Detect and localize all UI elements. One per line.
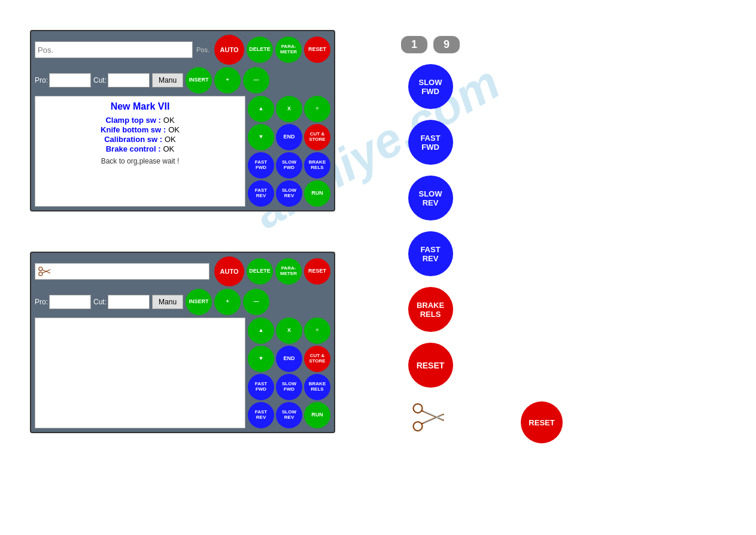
end-button-1[interactable]: END <box>276 124 302 150</box>
panel2-top-row: AUTO DELETE PARA-METER RESET <box>35 256 330 286</box>
pro-label-1: Pro: <box>35 76 48 84</box>
fast-rev-button-1[interactable]: FASTREV <box>248 180 274 207</box>
parameter-button-1[interactable]: PARA-METER <box>275 37 302 63</box>
run-button-2[interactable]: RUN <box>304 402 330 428</box>
auto-button-1[interactable]: AUTO <box>214 35 244 65</box>
info-brake-row: Brake control : OK <box>40 144 240 153</box>
brake-rels-button-2[interactable]: BRAKERELS <box>304 374 330 400</box>
fast-fwd-button-1[interactable]: FASTFWD <box>248 152 274 179</box>
info-calibration-label: Calibration sw : <box>104 135 162 144</box>
fast-rev-button-2[interactable]: FASTREV <box>248 402 274 428</box>
info-brake-val: OK <box>163 144 174 153</box>
fast-rev-side-button[interactable]: FASTREV <box>408 231 453 276</box>
btn-row-1d: FASTREV SLOWREV RUN <box>248 180 330 207</box>
btn-row-2b: ▼ END CUT &STORE <box>248 346 330 372</box>
delete-button-1[interactable]: DELETE <box>247 37 273 63</box>
panel1-second-row: Pro: Cut: Manu INSERT + — <box>35 67 330 93</box>
info-title: New Mark VII <box>40 101 240 112</box>
button-grid-1: ▲ X ÷ ▼ END CUT &STORE FASTFWD SLOWFWD B… <box>248 96 330 207</box>
info-clamp-label: Clamp top sw : <box>105 116 160 125</box>
pro-field-2: Pro: <box>35 295 91 309</box>
scissors-large-icon <box>412 401 448 436</box>
insert-button-1[interactable]: INSERT <box>186 67 212 93</box>
manu-button-1[interactable]: Manu <box>152 73 183 87</box>
info-notice: Back to org,please wait ! <box>40 157 240 165</box>
svg-point-5 <box>414 422 423 431</box>
panel1-top-row: Pos. AUTO DELETE PARA-METER RESET <box>35 35 330 65</box>
slow-rev-button-2[interactable]: SLOWREV <box>276 402 302 428</box>
badge-1[interactable]: 1 <box>401 36 427 53</box>
svg-point-1 <box>39 272 42 276</box>
info-clamp-val: OK <box>163 116 175 125</box>
info-calibration-row: Calibration sw : OK <box>40 135 240 144</box>
slow-fwd-side-button[interactable]: SLOWFWD <box>408 64 453 109</box>
pro-label-2: Pro: <box>35 298 48 306</box>
div-button-2[interactable]: ÷ <box>304 318 330 344</box>
manu-button-2[interactable]: Manu <box>152 295 183 309</box>
down-button-1[interactable]: ▼ <box>248 124 274 150</box>
delete-button-2[interactable]: DELETE <box>247 258 273 285</box>
button-grid-2: ▲ X ÷ ▼ END CUT &STORE FASTFWD SLOWFWD B… <box>248 318 330 428</box>
cut-store-button-2[interactable]: CUT &STORE <box>304 346 330 372</box>
btn-row-1c: FASTFWD SLOWFWD BRAKERELS <box>248 152 330 179</box>
up-button-2[interactable]: ▲ <box>248 318 274 344</box>
x-button-1[interactable]: X <box>276 96 302 122</box>
slow-fwd-button-2[interactable]: SLOWFWD <box>276 374 302 400</box>
slow-rev-button-1[interactable]: SLOWREV <box>276 180 302 207</box>
run-button-1[interactable]: RUN <box>304 180 330 207</box>
end-button-2[interactable]: END <box>276 346 302 372</box>
slow-fwd-button-1[interactable]: SLOWFWD <box>276 152 302 179</box>
pos-input[interactable] <box>35 41 193 58</box>
reset-button-1[interactable]: RESET <box>304 37 330 63</box>
badge-9[interactable]: 9 <box>433 36 460 53</box>
brake-rels-button-1[interactable]: BRAKERELS <box>304 152 330 179</box>
cut-store-button-1[interactable]: CUT &STORE <box>304 124 330 150</box>
panel2-second-row: Pro: Cut: Manu INSERT + — <box>35 289 330 315</box>
minus-button-1[interactable]: — <box>243 67 269 93</box>
info-box-1: New Mark VII Clamp top sw : OK Knife bot… <box>35 96 245 207</box>
btn-row-2d: FASTREV SLOWREV RUN <box>248 402 330 428</box>
plus-button-1[interactable]: + <box>214 67 241 93</box>
fast-fwd-button-2[interactable]: FASTFWD <box>248 374 274 400</box>
pro-input-1[interactable] <box>49 73 91 87</box>
btn-row-1a: ▲ X ÷ <box>248 96 330 122</box>
brake-rels-side-button[interactable]: BRAKERELS <box>408 287 453 332</box>
fast-fwd-side-button[interactable]: FASTFWD <box>408 120 453 165</box>
panel1-main: New Mark VII Clamp top sw : OK Knife bot… <box>35 96 330 207</box>
parameter-button-2[interactable]: PARA-METER <box>275 258 302 285</box>
cut-input-1[interactable] <box>108 73 150 87</box>
insert-button-2[interactable]: INSERT <box>186 289 212 315</box>
reset-side-button-2[interactable]: RESET <box>521 401 563 443</box>
info-clamp-row: Clamp top sw : OK <box>40 116 240 125</box>
slow-rev-side-button[interactable]: SLOWREV <box>408 176 453 220</box>
cut-input-2[interactable] <box>108 295 150 309</box>
auto-button-2[interactable]: AUTO <box>214 256 244 286</box>
minus-button-2[interactable]: — <box>243 289 269 315</box>
info-knife-val: OK <box>168 125 180 134</box>
badge-row: 1 9 <box>401 36 460 53</box>
down-button-2[interactable]: ▼ <box>248 346 274 372</box>
info-knife-label: Knife bottom sw : <box>101 125 166 134</box>
pro-field-1: Pro: <box>35 73 91 87</box>
up-button-1[interactable]: ▲ <box>248 96 274 122</box>
btn-row-1b: ▼ END CUT &STORE <box>248 124 330 150</box>
panel-1: Pos. AUTO DELETE PARA-METER RESET Pro: C… <box>30 30 335 211</box>
cut-label-2: Cut: <box>93 298 107 306</box>
cut-field-2: Cut: <box>93 295 150 309</box>
info-knife-row: Knife bottom sw : OK <box>40 125 240 134</box>
sidebar-controls: 1 9 SLOWFWD FASTFWD SLOWREV FASTREV BRAK… <box>401 36 460 436</box>
svg-point-4 <box>414 404 423 413</box>
cut-label-1: Cut: <box>93 76 107 84</box>
pos-label: Pos. <box>196 46 210 53</box>
svg-point-0 <box>39 267 42 271</box>
div-button-1[interactable]: ÷ <box>304 96 330 122</box>
x-button-2[interactable]: X <box>276 318 302 344</box>
reset-side-button-1[interactable]: RESET <box>408 343 453 388</box>
btn-row-2c: FASTFWD SLOWFWD BRAKERELS <box>248 374 330 400</box>
pro-input-2[interactable] <box>49 295 91 309</box>
reset-button-2[interactable]: RESET <box>304 258 330 285</box>
plus-button-2[interactable]: + <box>214 289 241 315</box>
btn-row-2a: ▲ X ÷ <box>248 318 330 344</box>
panel2-main: ▲ X ÷ ▼ END CUT &STORE FASTFWD SLOWFWD B… <box>35 318 330 428</box>
panel2-scissors-field <box>35 263 210 280</box>
